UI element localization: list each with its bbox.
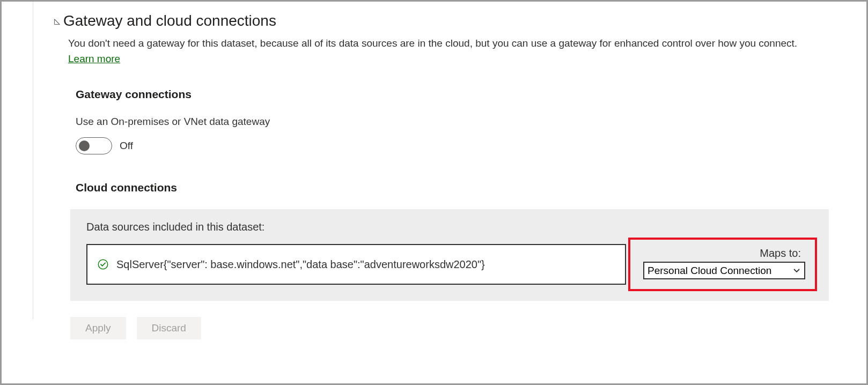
gateway-toggle-state: Off [120, 140, 133, 152]
success-check-icon [97, 258, 109, 270]
datasource-text: SqlServer{"server": base.windows.net","d… [116, 257, 485, 272]
gateway-toggle-label: Use an On-premises or VNet data gateway [76, 116, 834, 128]
maps-to-label: Maps to: [643, 247, 805, 260]
datasources-label: Data sources included in this dataset: [86, 221, 813, 233]
description-text: You don't need a gateway for this datase… [68, 38, 797, 49]
section-description: You don't need a gateway for this datase… [68, 36, 819, 66]
cloud-connections-panel: Data sources included in this dataset: S… [70, 209, 829, 301]
gateway-toggle[interactable] [76, 137, 112, 154]
toggle-knob [79, 140, 90, 151]
apply-button[interactable]: Apply [70, 317, 126, 339]
section-title: Gateway and cloud connections [63, 12, 276, 29]
svg-point-0 [98, 260, 107, 269]
vertical-divider [33, 2, 33, 319]
section-header[interactable]: ◿ Gateway and cloud connections [54, 12, 834, 29]
gateway-heading: Gateway connections [76, 88, 834, 101]
maps-to-select[interactable]: Personal Cloud Connection [643, 262, 805, 279]
datasource-item: SqlServer{"server": base.windows.net","d… [86, 244, 626, 285]
cloud-heading: Cloud connections [76, 181, 834, 194]
learn-more-link[interactable]: Learn more [68, 53, 120, 64]
collapse-triangle-icon: ◿ [54, 17, 60, 25]
discard-button[interactable]: Discard [137, 317, 201, 339]
maps-to-column: Maps to: Personal Cloud Connection [636, 244, 813, 285]
